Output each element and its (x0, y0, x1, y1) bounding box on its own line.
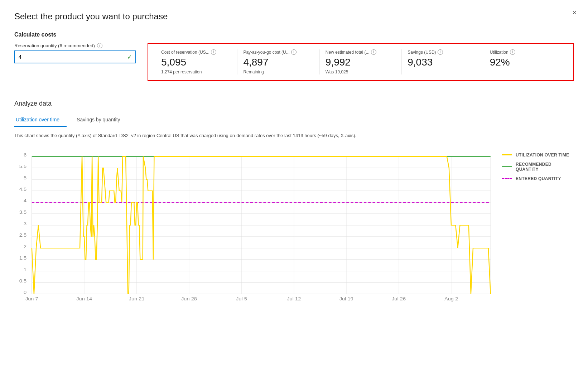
legend: UTILIZATION OVER TIME RECOMMENDED QUANTI… (502, 145, 574, 296)
chart-container: 0 0.5 1 1.5 2 2.5 3 3.5 4 4.5 5 5.5 6 (14, 145, 495, 296)
legend-label-recommended: RECOMMENDED QUANTITY (516, 162, 574, 172)
svg-text:2.5: 2.5 (19, 233, 26, 237)
dialog-title: Select the product you want to purchase (14, 11, 574, 21)
close-button[interactable]: × (572, 9, 577, 17)
metric-sub-0: 1,274 per reservation (161, 69, 231, 74)
svg-text:Jun 28: Jun 28 (181, 296, 197, 301)
svg-text:6: 6 (24, 153, 26, 157)
svg-text:5: 5 (24, 175, 26, 180)
svg-text:4.5: 4.5 (19, 187, 26, 192)
metric-item-0: Cost of reservation (US... i 5,095 1,274… (155, 49, 237, 74)
calculate-costs-title: Calculate costs (14, 32, 574, 38)
analyze-title: Analyze data (14, 100, 574, 107)
metric-info-icon-0[interactable]: i (211, 49, 216, 55)
metric-label-3: Savings (USD) i (408, 49, 478, 55)
divider (14, 91, 574, 91)
metric-value-0: 5,095 (161, 57, 231, 68)
legend-item-recommended: RECOMMENDED QUANTITY (502, 162, 574, 172)
chart-area: 0 0.5 1 1.5 2 2.5 3 3.5 4 4.5 5 5.5 6 (14, 145, 574, 296)
metric-label-2: New estimated total (... i (326, 49, 396, 55)
qty-info-icon[interactable]: i (97, 43, 102, 48)
qty-input-wrap: ✓ (14, 50, 136, 63)
svg-text:4: 4 (24, 198, 27, 203)
dialog: × Select the product you want to purchas… (0, 0, 588, 372)
calculate-section: Reservation quantity (6 recommended) i ✓… (14, 43, 574, 81)
svg-text:5.5: 5.5 (19, 164, 26, 169)
svg-text:1.5: 1.5 (19, 256, 26, 260)
metric-sub-1: Remaining (243, 69, 313, 74)
metric-value-4: 92% (490, 57, 560, 68)
metric-info-icon-2[interactable]: i (371, 49, 376, 55)
tabs: Utilization over time Savings by quantit… (14, 113, 574, 127)
tab-utilization[interactable]: Utilization over time (14, 113, 67, 127)
svg-text:Aug 2: Aug 2 (444, 296, 458, 301)
legend-line-utilization (502, 154, 512, 155)
svg-text:Jul 26: Jul 26 (392, 296, 406, 301)
legend-label-entered: ENTERED QUANTITY (516, 176, 561, 181)
svg-text:1: 1 (24, 267, 26, 272)
svg-text:2: 2 (24, 244, 26, 249)
metric-info-icon-4[interactable]: i (510, 49, 515, 55)
utilization-chart: 0 0.5 1 1.5 2 2.5 3 3.5 4 4.5 5 5.5 6 (14, 145, 495, 296)
svg-text:Jul 5: Jul 5 (236, 296, 247, 301)
metric-label-1: Pay-as-you-go cost (U... i (243, 49, 313, 55)
svg-text:Jun 14: Jun 14 (76, 296, 92, 301)
metric-value-3: 9,033 (408, 57, 478, 68)
legend-item-utilization: UTILIZATION OVER TIME (502, 153, 574, 158)
svg-text:0.5: 0.5 (19, 279, 26, 283)
metric-sub-2: Was 19,025 (326, 69, 396, 74)
metric-info-icon-1[interactable]: i (291, 49, 297, 55)
legend-line-entered (502, 178, 512, 179)
svg-text:0: 0 (24, 290, 26, 295)
svg-text:3: 3 (24, 221, 26, 226)
metric-item-1: Pay-as-you-go cost (U... i 4,897 Remaini… (237, 49, 319, 74)
metric-label-4: Utilization i (490, 49, 560, 55)
legend-line-recommended (502, 166, 512, 167)
input-group: Reservation quantity (6 recommended) i ✓ (14, 43, 136, 63)
legend-label-utilization: UTILIZATION OVER TIME (516, 153, 569, 158)
svg-text:Jun 21: Jun 21 (129, 296, 145, 301)
check-icon: ✓ (127, 54, 135, 61)
metric-item-4: Utilization i 92% (484, 49, 566, 74)
metric-value-2: 9,992 (326, 57, 396, 68)
input-label: Reservation quantity (6 recommended) i (14, 43, 136, 48)
metric-info-icon-3[interactable]: i (438, 49, 443, 55)
chart-description: This chart shows the quantity (Y-axis) o… (14, 133, 574, 138)
svg-text:Jul 19: Jul 19 (339, 296, 353, 301)
svg-text:3.5: 3.5 (19, 210, 26, 214)
svg-text:Jun 7: Jun 7 (25, 296, 38, 301)
tab-savings[interactable]: Savings by quantity (75, 113, 127, 127)
metric-item-3: Savings (USD) i 9,033 (402, 49, 484, 74)
metrics-box: Cost of reservation (US... i 5,095 1,274… (148, 43, 574, 81)
metric-label-0: Cost of reservation (US... i (161, 49, 231, 55)
quantity-input[interactable] (15, 51, 127, 63)
metric-value-1: 4,897 (243, 57, 313, 68)
legend-item-entered: ENTERED QUANTITY (502, 176, 574, 181)
svg-text:Jul 12: Jul 12 (287, 296, 301, 301)
metric-item-2: New estimated total (... i 9,992 Was 19,… (320, 49, 402, 74)
